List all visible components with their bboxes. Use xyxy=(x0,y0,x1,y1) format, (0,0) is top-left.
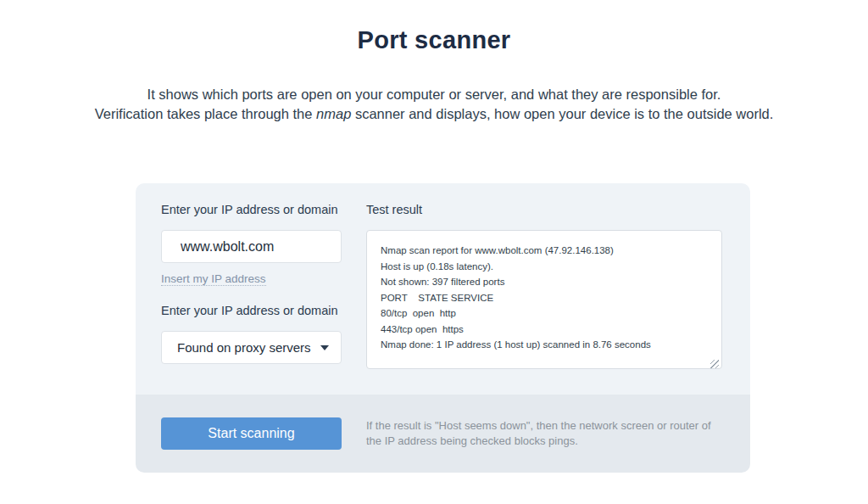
port-scanner-page: Port scanner It shows which ports are op… xyxy=(0,0,868,504)
description-line-1: It shows which ports are open on your co… xyxy=(147,87,721,102)
scanner-panel: Enter your IP address or domain Insert m… xyxy=(136,183,750,473)
description-line-2-suffix: scanner and displays, how open your devi… xyxy=(351,106,773,121)
scanner-form-section: Enter your IP address or domain Insert m… xyxy=(136,183,750,395)
proxy-select[interactable]: Found on proxy servers xyxy=(161,331,342,364)
input-column: Enter your IP address or domain Insert m… xyxy=(161,203,342,372)
start-scanning-button[interactable]: Start scanning xyxy=(161,417,342,450)
description-nmap-word: nmap xyxy=(316,106,351,121)
ip-address-input[interactable] xyxy=(161,230,342,263)
test-result-label: Test result xyxy=(366,203,722,216)
description-line-2-prefix: Verification takes place through the xyxy=(95,106,316,121)
caret-down-icon xyxy=(320,345,329,350)
host-down-note: If the result is "Host seems down", then… xyxy=(366,418,722,450)
ip-input-label: Enter your IP address or domain xyxy=(161,203,342,216)
resize-handle-icon[interactable] xyxy=(710,360,719,368)
result-column: Test result Nmap scan report for www.wbo… xyxy=(366,203,722,372)
test-result-textarea[interactable]: Nmap scan report for www.wbolt.com (47.9… xyxy=(366,230,722,369)
proxy-select-label: Enter your IP address or domain xyxy=(161,304,342,317)
page-description: It shows which ports are open on your co… xyxy=(0,85,868,124)
proxy-select-value: Found on proxy servers xyxy=(177,340,314,355)
insert-my-ip-link[interactable]: Insert my IP address xyxy=(161,272,266,286)
page-title: Port scanner xyxy=(0,0,868,54)
scanner-action-bar: Start scanning If the result is "Host se… xyxy=(136,395,750,473)
result-textarea-wrap: Nmap scan report for www.wbolt.com (47.9… xyxy=(366,230,722,372)
